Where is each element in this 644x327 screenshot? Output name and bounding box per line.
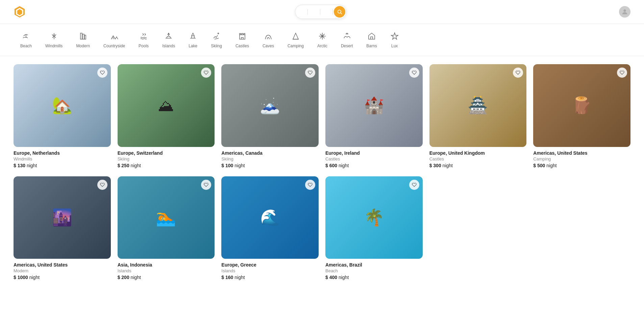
listing-location: Europe, Netherlands [14, 150, 111, 156]
category-icon-skiing [213, 32, 221, 42]
favorite-button[interactable] [409, 180, 419, 190]
category-item-lake[interactable]: Lake [182, 29, 204, 52]
category-item-skiing[interactable]: Skiing [204, 29, 229, 52]
avatar-icon [621, 8, 628, 16]
date-search[interactable] [308, 9, 320, 15]
listing-card[interactable]: 🌴 Americas, Brazil Beach $ 400 night [325, 176, 423, 280]
category-label-camping: Camping [288, 44, 304, 48]
category-icon-arctic [318, 32, 326, 42]
favorite-button[interactable] [409, 68, 419, 78]
heart-icon [204, 70, 208, 75]
category-item-islands[interactable]: Islands [155, 29, 182, 52]
category-item-lux[interactable]: Lux [384, 29, 405, 52]
category-item-windmills[interactable]: Windmills [39, 29, 69, 52]
category-icon-camping [292, 32, 300, 42]
listing-location: Europe, Ireland [325, 150, 423, 156]
listing-card[interactable]: 🏰 Europe, Ireland Castles $ 600 night [325, 64, 423, 168]
listing-location: Europe, United Kingdom [429, 150, 527, 156]
category-label-islands: Islands [162, 44, 175, 48]
logo[interactable] [14, 6, 28, 18]
category-label-countryside: Countryside [103, 44, 125, 48]
listing-price: $ 160 night [221, 275, 319, 280]
category-label-desert: Desert [341, 44, 353, 48]
category-icon-lake [189, 32, 197, 42]
listing-card[interactable]: 🪵 Americas, United States Camping $ 500 … [533, 64, 630, 168]
location-search[interactable] [295, 9, 308, 15]
category-icon-desert [343, 32, 351, 42]
category-item-castles[interactable]: Castles [229, 29, 256, 52]
listing-image-placeholder: 🏯 [429, 64, 527, 147]
category-item-barns[interactable]: Barns [360, 29, 383, 52]
listing-image-wrap: 🏊 [118, 176, 215, 259]
listing-price: $ 100 night [221, 163, 319, 168]
favorite-button[interactable] [305, 180, 315, 190]
listing-price: $ 400 night [325, 275, 423, 280]
user-avatar[interactable] [619, 6, 630, 18]
listing-type: Modern [14, 268, 111, 273]
category-label-castles: Castles [236, 44, 249, 48]
listing-type: Castles [325, 156, 423, 161]
listing-image-wrap: 🌴 [325, 176, 423, 259]
guests-search[interactable] [320, 9, 333, 15]
header-right [614, 6, 630, 18]
listing-type: Islands [118, 268, 215, 273]
listing-price: $ 130 night [14, 163, 111, 168]
category-item-arctic[interactable]: Arctic [311, 29, 334, 52]
main-content: 🏡 Europe, Netherlands Windmills $ 130 ni… [0, 56, 644, 288]
category-label-lake: Lake [189, 44, 197, 48]
listing-card[interactable]: 🌆 Americas, United States Modern $ 1000 … [14, 176, 111, 280]
listing-image-placeholder: 🏡 [14, 64, 111, 147]
category-item-beach[interactable]: Beach [14, 29, 39, 52]
listing-card[interactable]: 🏡 Europe, Netherlands Windmills $ 130 ni… [14, 64, 111, 168]
listing-image-placeholder: 🗻 [221, 64, 319, 147]
listing-card[interactable]: 🗻 Americas, Canada Skiing $ 100 night [221, 64, 319, 168]
search-button[interactable] [334, 6, 345, 18]
listing-location: Europe, Greece [221, 262, 319, 268]
listing-price: $ 200 night [118, 275, 215, 280]
listing-image-placeholder: 🌊 [221, 176, 319, 259]
listing-card[interactable]: 🌊 Europe, Greece Islands $ 160 night [221, 176, 319, 280]
favorite-button[interactable] [201, 180, 211, 190]
category-icon-islands [165, 32, 173, 42]
category-item-caves[interactable]: Caves [256, 29, 281, 52]
listing-location: Americas, United States [14, 262, 111, 268]
logo-icon [14, 6, 26, 18]
favorite-button[interactable] [305, 68, 315, 78]
listing-image-placeholder: 🌴 [325, 176, 423, 259]
category-item-pools[interactable]: Pools [132, 29, 155, 52]
category-item-camping[interactable]: Camping [281, 29, 311, 52]
listing-image-placeholder: 🪵 [533, 64, 630, 147]
heart-icon [308, 70, 313, 75]
favorite-button[interactable] [617, 68, 627, 78]
category-item-countryside[interactable]: Countryside [97, 29, 132, 52]
heart-icon [100, 182, 105, 187]
category-label-modern: Modern [76, 44, 90, 48]
listing-location: Americas, Canada [221, 150, 319, 156]
listing-image-wrap: 🏰 [325, 64, 423, 147]
category-icon-windmills [50, 32, 58, 42]
svg-point-10 [218, 33, 219, 34]
listing-image-wrap: 🗻 [221, 64, 319, 147]
category-label-arctic: Arctic [317, 44, 327, 48]
category-icon-lux [391, 32, 399, 42]
category-label-skiing: Skiing [211, 44, 222, 48]
favorite-button[interactable] [97, 68, 107, 78]
category-item-desert[interactable]: Desert [334, 29, 360, 52]
listing-image-placeholder: 🏰 [325, 64, 423, 147]
svg-point-5 [623, 9, 626, 12]
listing-type: Skiing [221, 156, 319, 161]
category-label-beach: Beach [20, 44, 32, 48]
search-bar [295, 5, 347, 19]
listing-type: Beach [325, 268, 423, 273]
category-label-barns: Barns [366, 44, 377, 48]
svg-rect-8 [82, 34, 84, 39]
listing-card[interactable]: ⛰ Europe, Switzerland Skiing $ 250 night [118, 64, 215, 168]
listing-price: $ 300 night [429, 163, 527, 168]
favorite-button[interactable] [97, 180, 107, 190]
listing-card[interactable]: 🏊 Asia, Indonesia Islands $ 200 night [118, 176, 215, 280]
category-nav: Beach Windmills Modern Countryside Pools… [0, 24, 644, 56]
category-item-modern[interactable]: Modern [69, 29, 97, 52]
listing-image-wrap: 🪵 [533, 64, 630, 147]
listing-type: Windmills [14, 156, 111, 161]
listing-card[interactable]: 🏯 Europe, United Kingdom Castles $ 300 n… [429, 64, 527, 168]
